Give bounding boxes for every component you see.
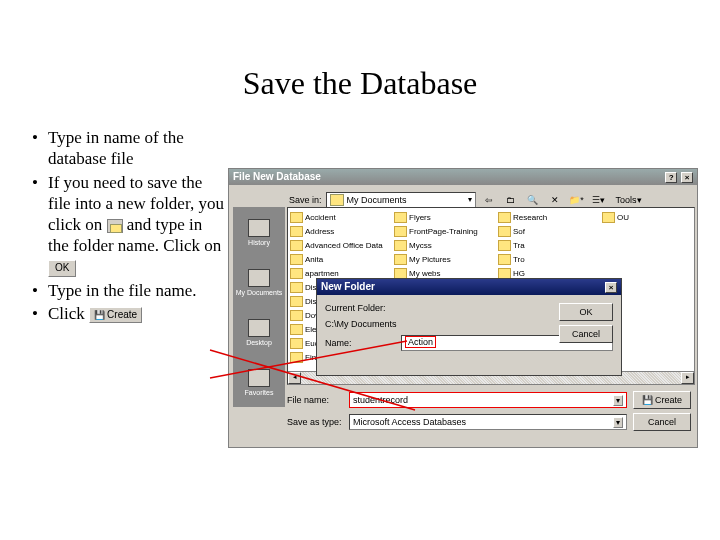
nf-close-icon[interactable]: ×: [605, 282, 617, 293]
curfolder-value: C:\My Documents: [325, 319, 397, 329]
list-item[interactable]: Tro: [498, 252, 594, 266]
place-favorites[interactable]: Favorites: [233, 357, 285, 407]
list-item[interactable]: Research: [498, 210, 594, 224]
place-desktop[interactable]: Desktop: [233, 307, 285, 357]
list-item[interactable]: OU: [602, 210, 695, 224]
list-item[interactable]: Mycss: [394, 238, 490, 252]
search-icon[interactable]: 🔍: [524, 191, 542, 208]
list-item[interactable]: Accident: [290, 210, 386, 224]
delete-icon[interactable]: ✕: [546, 191, 564, 208]
place-history[interactable]: History: [233, 207, 285, 257]
saveastype-dropdown[interactable]: Microsoft Access Databases: [349, 414, 627, 430]
bullet-4: Click Create: [30, 303, 225, 324]
saveastype-label: Save as type:: [287, 417, 343, 427]
list-item[interactable]: Advanced Office Data: [290, 238, 386, 252]
list-item[interactable]: Anita: [290, 252, 386, 266]
nf-name-label: Name:: [325, 338, 395, 348]
newfolder-icon: [107, 219, 123, 233]
filename-label: File name:: [287, 395, 343, 405]
cancel-button[interactable]: Cancel: [633, 413, 691, 431]
list-item[interactable]: FrontPage-Training: [394, 224, 490, 238]
dialog-title: File New Database: [233, 171, 321, 183]
curfolder-label: Current Folder:: [325, 303, 395, 313]
ok-button-inline: OK: [48, 260, 76, 277]
bullet-2: If you need to save the file into a new …: [30, 172, 225, 278]
savein-dropdown[interactable]: My Documents: [326, 192, 476, 208]
newfolder-title: New Folder: [321, 281, 375, 293]
bullet-3: Type in the file name.: [30, 280, 225, 301]
help-icon[interactable]: ?: [665, 172, 677, 183]
views-icon[interactable]: ☰▾: [590, 191, 608, 208]
places-bar: History My Documents Desktop Favorites: [233, 207, 285, 407]
back-icon[interactable]: ⇦: [480, 191, 498, 208]
list-item[interactable]: Address: [290, 224, 386, 238]
savein-label: Save in:: [289, 195, 322, 205]
nf-cancel-button[interactable]: Cancel: [559, 325, 613, 343]
close-icon[interactable]: ×: [681, 172, 693, 183]
list-item[interactable]: Flyers: [394, 210, 490, 224]
list-item[interactable]: Sof: [498, 224, 594, 238]
new-folder-dialog: New Folder × Current Folder: C:\My Docum…: [316, 278, 622, 376]
newfolder-toolbar-icon[interactable]: 📁*: [568, 191, 586, 208]
bullet-1: Type in name of the database file: [30, 127, 225, 170]
place-mydocs[interactable]: My Documents: [233, 257, 285, 307]
instruction-bullets: Type in name of the database file If you…: [30, 127, 225, 326]
create-button[interactable]: 💾 Create: [633, 391, 691, 409]
slide-title: Save the Database: [0, 65, 720, 102]
list-item[interactable]: My Pictures: [394, 252, 490, 266]
list-item[interactable]: Tra: [498, 238, 594, 252]
create-button-inline: Create: [89, 307, 142, 324]
newfolder-titlebar: New Folder ×: [317, 279, 621, 295]
dialog-titlebar: File New Database ? ×: [229, 169, 697, 185]
tools-menu[interactable]: Tools ▾: [612, 191, 646, 208]
filename-field[interactable]: studentrecord: [349, 392, 627, 408]
up-icon[interactable]: 🗀: [502, 191, 520, 208]
nf-ok-button[interactable]: OK: [559, 303, 613, 321]
